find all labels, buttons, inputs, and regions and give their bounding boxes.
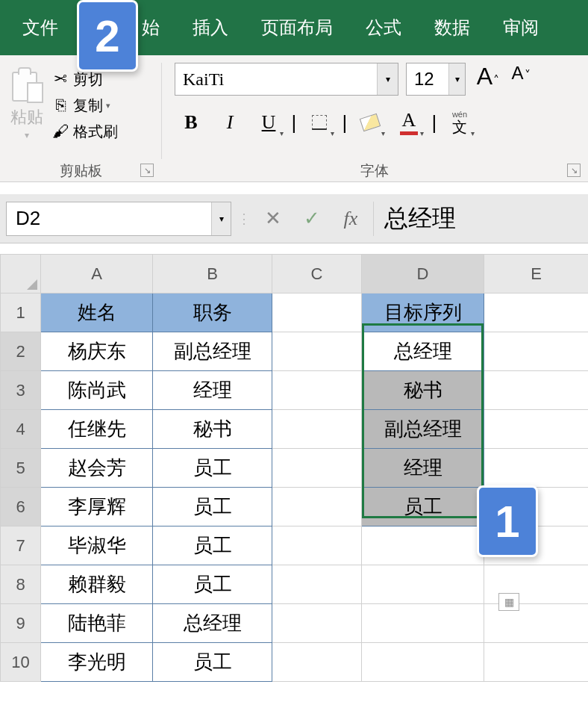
font-dialog-launcher[interactable]: ↘ <box>567 164 581 177</box>
col-header-E[interactable]: E <box>484 255 589 293</box>
cell-B10[interactable]: 员工 <box>153 643 272 682</box>
cell-D6[interactable]: 员工 <box>362 488 484 526</box>
tab-insert[interactable]: 插入 <box>176 0 245 55</box>
cell-A10[interactable]: 李光明 <box>41 643 153 682</box>
cell-C10[interactable] <box>272 643 362 682</box>
cut-button[interactable]: ✂ 剪切 <box>51 69 118 90</box>
cell-A1[interactable]: 姓名 <box>41 293 153 332</box>
fill-color-button[interactable]: ▾ <box>354 106 387 139</box>
cell-D2[interactable]: 总经理 <box>362 332 484 371</box>
formula-input[interactable]: 总经理 <box>373 202 582 236</box>
cell-B4[interactable]: 秘书 <box>153 410 272 449</box>
row-header-3[interactable]: 3 <box>1 371 41 410</box>
row-header-4[interactable]: 4 <box>1 410 41 449</box>
cell-E1[interactable] <box>484 293 589 332</box>
cell-D8[interactable] <box>362 565 484 604</box>
cell-C5[interactable] <box>272 449 362 488</box>
cell-E4[interactable] <box>484 410 589 449</box>
clipboard-dialog-launcher[interactable]: ↘ <box>140 164 154 177</box>
tab-pagelayout[interactable]: 页面布局 <box>245 0 349 55</box>
col-header-D[interactable]: D <box>362 255 484 293</box>
shrink-font-button[interactable]: A˅ <box>506 63 536 96</box>
row-header-5[interactable]: 5 <box>1 449 41 488</box>
row-header-1[interactable]: 1 <box>1 293 41 332</box>
cell-D1[interactable]: 目标序列 <box>362 293 484 332</box>
cell-D3[interactable]: 秘书 <box>362 371 484 410</box>
cell-E5[interactable] <box>484 449 589 488</box>
border-dropdown-icon[interactable]: ▾ <box>331 129 334 137</box>
cell-B7[interactable]: 员工 <box>153 526 272 565</box>
quick-analysis-button[interactable]: ▦ <box>498 593 519 611</box>
col-header-C[interactable]: C <box>272 255 362 293</box>
underline-dropdown-icon[interactable]: ▾ <box>280 129 284 137</box>
cell-C6[interactable] <box>272 488 362 526</box>
cell-C8[interactable] <box>272 565 362 604</box>
italic-button[interactable]: I <box>213 106 246 139</box>
fontcolor-dropdown-icon[interactable]: ▾ <box>420 129 424 137</box>
cell-C2[interactable] <box>272 332 362 371</box>
select-all-corner[interactable] <box>1 255 41 293</box>
underline-button[interactable]: U▾ <box>252 106 285 139</box>
font-size-input[interactable]: 12 ▾ <box>406 63 466 96</box>
name-box[interactable]: D2 ▾ <box>6 202 231 236</box>
phonetic-guide-button[interactable]: wén文 ▾ <box>443 106 476 139</box>
cell-C1[interactable] <box>272 293 362 332</box>
cell-C7[interactable] <box>272 526 362 565</box>
phonetic-dropdown-icon[interactable]: ▾ <box>471 129 475 137</box>
copy-dropdown-icon[interactable]: ▾ <box>106 101 110 111</box>
row-header-8[interactable]: 8 <box>1 565 41 604</box>
paste-button[interactable]: 粘贴 ▾ <box>6 60 48 151</box>
row-header-2[interactable]: 2 <box>1 332 41 371</box>
row-header-10[interactable]: 10 <box>1 643 41 682</box>
tab-file[interactable]: 文件 <box>6 0 75 55</box>
insert-function-button[interactable]: fx <box>337 208 364 230</box>
cell-A4[interactable]: 任继先 <box>41 410 153 449</box>
cell-C4[interactable] <box>272 410 362 449</box>
font-name-dropdown-icon[interactable]: ▾ <box>377 63 398 95</box>
cell-D4[interactable]: 副总经理 <box>362 410 484 449</box>
cell-A3[interactable]: 陈尚武 <box>41 371 153 410</box>
cell-E3[interactable] <box>484 371 589 410</box>
cell-B5[interactable]: 员工 <box>153 449 272 488</box>
grow-font-button[interactable]: A˄ <box>473 63 503 96</box>
worksheet-grid[interactable]: A B C D E 1 姓名 职务 目标序列 2 杨庆东 副总经理 总经理 3 … <box>0 254 588 682</box>
cell-B8[interactable]: 员工 <box>153 565 272 604</box>
cell-B1[interactable]: 职务 <box>153 293 272 332</box>
cell-B3[interactable]: 经理 <box>153 371 272 410</box>
tab-review[interactable]: 审阅 <box>487 0 555 55</box>
border-button[interactable]: ▾ <box>303 106 336 139</box>
cell-D5[interactable]: 经理 <box>362 449 484 488</box>
cell-A5[interactable]: 赵会芳 <box>41 449 153 488</box>
cell-D10[interactable] <box>362 643 484 682</box>
formula-accept-button[interactable]: ✓ <box>298 207 325 230</box>
cell-C3[interactable] <box>272 371 362 410</box>
copy-button[interactable]: ⎘ 复制 ▾ <box>51 96 118 116</box>
bold-button[interactable]: B <box>175 106 207 139</box>
cell-B6[interactable]: 员工 <box>153 488 272 526</box>
formula-cancel-button[interactable]: ✕ <box>260 207 287 230</box>
row-header-7[interactable]: 7 <box>1 526 41 565</box>
font-size-dropdown-icon[interactable]: ▾ <box>448 63 465 95</box>
tab-data[interactable]: 数据 <box>418 0 487 55</box>
cell-D7[interactable] <box>362 526 484 565</box>
cell-A8[interactable]: 赖群毅 <box>41 565 153 604</box>
fill-dropdown-icon[interactable]: ▾ <box>381 129 385 137</box>
col-header-A[interactable]: A <box>41 255 153 293</box>
font-name-input[interactable]: KaiTi ▾ <box>175 63 398 96</box>
row-header-6[interactable]: 6 <box>1 488 41 526</box>
cell-A6[interactable]: 李厚辉 <box>41 488 153 526</box>
paste-dropdown-icon[interactable]: ▾ <box>25 130 29 140</box>
format-painter-button[interactable]: 🖌 格式刷 <box>51 122 118 142</box>
cell-E10[interactable] <box>484 643 589 682</box>
col-header-B[interactable]: B <box>153 255 272 293</box>
cell-A2[interactable]: 杨庆东 <box>41 332 153 371</box>
cell-A7[interactable]: 毕淑华 <box>41 526 153 565</box>
tab-formulas[interactable]: 公式 <box>349 0 418 55</box>
cell-B9[interactable]: 总经理 <box>153 604 272 643</box>
cell-B2[interactable]: 副总经理 <box>153 332 272 371</box>
cell-E2[interactable] <box>484 332 589 371</box>
row-header-9[interactable]: 9 <box>1 604 41 643</box>
font-color-button[interactable]: A ▾ <box>392 106 425 139</box>
cell-A9[interactable]: 陆艳菲 <box>41 604 153 643</box>
name-box-dropdown-icon[interactable]: ▾ <box>211 202 231 235</box>
